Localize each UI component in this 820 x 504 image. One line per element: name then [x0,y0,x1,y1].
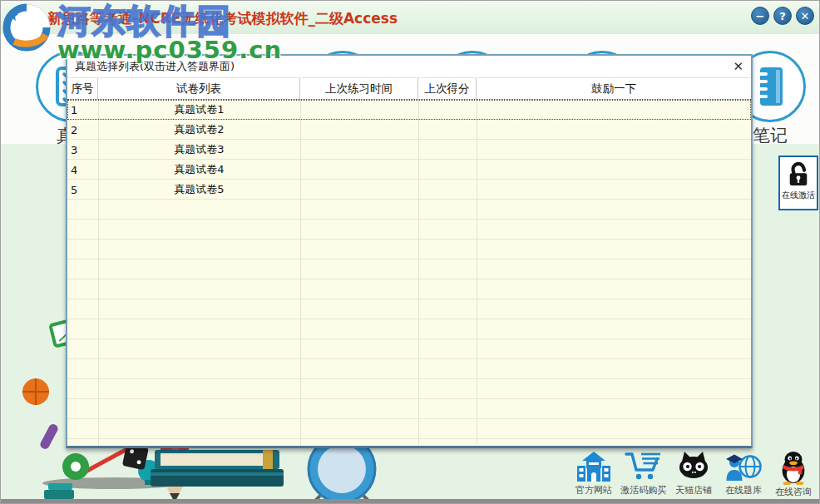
online-activation-button[interactable]: 在线激活 [778,156,818,210]
notebook-icon [756,66,784,107]
table-row-5[interactable]: 5 真题试卷5 [67,180,751,200]
tmall-cat-icon [674,450,713,483]
app-title: 新思路等考通-NCRE无纸化考试模拟软件_二级Access [47,9,398,28]
shopping-cart-icon [625,450,663,483]
footer-item-tmall-store[interactable]: 天猫店铺 [669,450,719,498]
qq-penguin-icon [777,450,810,485]
cell-paper-name: 真题试卷1 [98,102,300,117]
col-header-encouragement: 鼓励一下 [477,78,751,99]
table-row-2[interactable]: 2 真题试卷2 [67,120,751,140]
cell-index: 4 [67,164,98,176]
dialog-close-icon[interactable]: ✕ [733,61,743,73]
help-button[interactable]: ? [773,7,792,25]
cell-paper-name: 真题试卷2 [98,122,300,137]
footer-label: 激活码购买 [621,484,667,497]
cell-index: 1 [67,104,98,116]
footer-label: 天猫店铺 [675,484,712,497]
col-header-last-practice-time: 上次练习时间 [300,78,418,99]
footer-label: 在线题库 [725,484,762,497]
online-activation-label: 在线激活 [782,190,815,201]
footer-toolbar: 官方网站 激活码购买 [569,450,818,498]
title-bar: 新思路等考通-NCRE无纸化考试模拟软件_二级Access − ? ✕ [1,1,819,35]
cell-paper-name: 真题试卷4 [98,162,300,177]
table-header-row: 序号 试卷列表 上次练习时间 上次得分 鼓励一下 [67,78,751,100]
col-header-paper-list: 试卷列表 [98,78,300,99]
col-header-last-score: 上次得分 [418,78,477,99]
cell-index: 5 [67,184,98,196]
cell-index: 3 [67,144,98,156]
open-lock-icon [787,161,810,188]
footer-label: 在线咨询 [775,486,812,498]
cell-index: 2 [67,124,98,136]
table-row-3[interactable]: 3 真题试卷3 [67,140,751,160]
footer-item-official-website[interactable]: 官方网站 [569,450,619,498]
col-header-index: 序号 [67,78,98,99]
footer-item-online-consult[interactable]: 在线咨询 [768,450,818,498]
cell-paper-name: 真题试卷5 [98,182,300,197]
window-controls: − ? ✕ [751,7,814,25]
close-button[interactable]: ✕ [796,7,814,25]
dialog-title: 真题选择列表(双击进入答题界面) [75,59,733,74]
dialog-title-bar: 真题选择列表(双击进入答题界面) ✕ [67,56,751,78]
footer-item-activation-code-purchase[interactable]: 激活码购买 [619,450,669,498]
footer-item-online-question-bank[interactable]: 在线题库 [719,450,768,498]
exam-selection-dialog: 真题选择列表(双击进入答题界面) ✕ 序号 试卷列表 上次练习时间 上次得分 鼓… [66,54,753,448]
table-body: 1 真题试卷1 2 真题试卷2 3 真题试卷3 4 [67,100,751,446]
minimize-button[interactable]: − [751,7,769,25]
cell-paper-name: 真题试卷3 [98,142,300,157]
application-window: 新思路等考通-NCRE无纸化考试模拟软件_二级Access − ? ✕ [0,0,820,504]
footer-label: 官方网站 [575,484,612,497]
official-website-icon [575,450,613,483]
table-row-1[interactable]: 1 真题试卷1 [67,100,751,120]
graduate-globe-icon [724,450,763,483]
window-bottom-edge [1,499,819,503]
table-row-4[interactable]: 4 真题试卷4 [67,160,751,180]
